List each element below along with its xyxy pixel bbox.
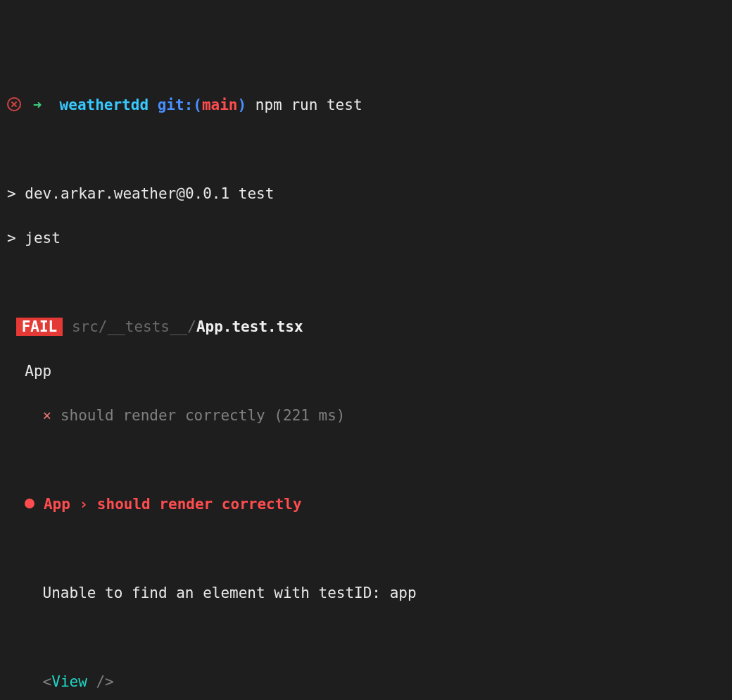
output-line: > dev.arkar.weather@0.0.1 test	[0, 183, 732, 206]
rendered-output: <View />	[0, 671, 732, 694]
bullet-icon	[25, 499, 34, 508]
view-close: />	[87, 673, 114, 690]
blank-line	[0, 272, 732, 294]
status-error-icon	[7, 97, 21, 111]
suite-name: App	[25, 363, 51, 380]
suite-line: App	[0, 361, 732, 383]
view-lt: <	[43, 673, 52, 690]
gt-symbol: >	[7, 185, 16, 202]
headline-sep: ›	[80, 496, 89, 513]
output-line: > jest	[0, 227, 732, 250]
prompt-git-open: git:(	[158, 96, 202, 113]
gt-symbol: >	[7, 230, 16, 246]
test-line: × should render correctly (221 ms)	[0, 405, 732, 427]
fail-line: FAIL src/__tests__/App.test.tsx	[0, 316, 732, 339]
blank-line	[0, 449, 732, 472]
headline-suite: App	[44, 496, 70, 513]
prompt-arrow-icon: ➜	[33, 96, 42, 113]
test-time: (221 ms)	[274, 407, 345, 424]
error-text: Unable to find an element with testID: a…	[43, 585, 417, 601]
command-text: npm run test	[255, 96, 362, 113]
prompt-dir: weathertdd	[60, 96, 149, 113]
fail-x-icon: ×	[43, 407, 52, 424]
prompt-git-close: )	[238, 96, 247, 113]
package-info: dev.arkar.weather@0.0.1 test	[25, 185, 274, 202]
test-name: should render correctly	[61, 407, 265, 424]
blank-line	[0, 627, 732, 649]
fail-path-dim: src/__tests__/	[72, 318, 196, 335]
view-tag: View	[51, 673, 87, 690]
error-message: Unable to find an element with testID: a…	[0, 582, 732, 605]
fail-path-file: App.test.tsx	[196, 318, 303, 335]
blank-line	[0, 139, 732, 161]
failure-headline: App › should render correctly	[0, 494, 732, 516]
blank-line	[0, 538, 732, 561]
jest-cmd: jest	[25, 230, 61, 246]
prompt-line-1[interactable]: ➜ weathertdd git:(main) npm run test	[0, 94, 732, 117]
fail-badge: FAIL	[16, 318, 63, 336]
headline-test: should render correctly	[97, 496, 302, 513]
prompt-branch: main	[202, 96, 238, 113]
